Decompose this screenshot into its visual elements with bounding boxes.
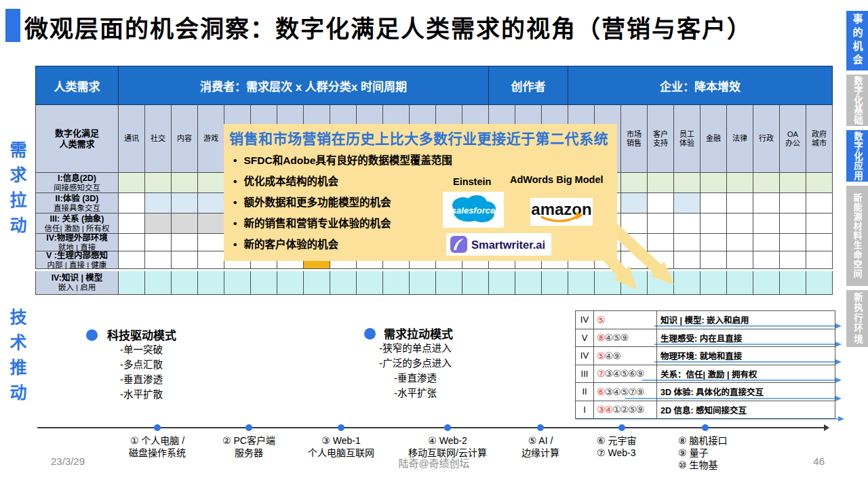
group-header-creator: 创作者 [489,66,568,105]
sidebar-tab-new-energy-materials[interactable]: 新能源材料生命空间 [846,186,868,286]
milestone-line: 边缘计算 [500,447,581,459]
mode-tech-driven-title: 科技驱动模式 [107,326,176,343]
sidebar-tab-new-execution-env[interactable]: 新执行环境 [846,290,868,347]
table-cell [119,193,145,214]
circled-number: ⑦ [628,386,636,397]
codes-cell: ⑥③④⑤⑦⑨ [594,383,657,401]
circled-number: ④ [605,350,613,361]
circled-number: ④ [612,368,620,379]
table-cell [145,271,172,295]
row-label: I:信息(2D)间接感知交互 [35,173,119,193]
table-cell [780,173,806,193]
mode-demand-pull-items: -狭窄的单点进入 -广泛的多点进入 -垂直渗透 -水平扩张 [370,341,461,401]
corner-header-cell: 数字化满足 人类需求 [35,105,119,173]
milestone-pc-dos: ① 个人电脑 / 磁盘操作系统 [103,434,212,459]
timeline-dot [537,424,544,431]
table-cell [674,193,701,214]
table-cell [119,251,145,269]
circled-number: ⑥ [628,368,636,379]
sidebar-tab-digital-foundation[interactable]: 数字化基础 [846,75,868,126]
circled-number: ⑨ [636,404,644,415]
mode-item: -单一突破 [99,342,184,357]
milestone-line: 服务器 [201,447,296,459]
timeline-end-arrow-icon [824,424,829,431]
table-cell [145,234,172,251]
slide: 微观层面的机会洞察：数字化满足人类需求的视角（营销与客户） 事的机会 数字化基础… [0,0,868,488]
table-cell [753,271,780,295]
group-header-human-needs: 人类需求 [35,66,119,105]
column-header: OA 办公 [780,105,806,173]
sidebar-tab-digital-application[interactable]: 数字化应用 [846,130,868,182]
milestone-line: ⑤ AI / [500,434,581,447]
table-cell [383,271,410,295]
mode-item: -垂直渗透 [370,371,461,386]
milestone-line: ④ Web-2 [387,434,509,447]
tier-cell: IV [576,311,594,329]
circled-number: ① [612,404,620,415]
salesforce-logo: salesforce [443,192,504,228]
mode-item: -多点汇散 [99,357,184,372]
desc-cell: 3D 体验: 具体化的直接交互 [657,383,835,401]
table-cell [727,251,753,269]
milestone-ai-edge: ⑤ AI / 边缘计算 [500,434,581,459]
table-cell [198,234,224,251]
mode-item: -狭窄的单点进入 [370,341,461,356]
table-cell [462,271,489,295]
timeline-dot [338,424,344,431]
table-row: IV:知识 | 模型嵌入 | 启用 [35,271,833,295]
callout-title: 销售和市场营销在历史上比大多数行业更接近于第二代系统 [229,127,608,148]
table-cell [780,251,806,269]
timeline-dot [154,424,161,431]
circled-number: ② [620,404,629,415]
tier-cell: V [576,329,594,347]
table-cell [119,234,145,251]
column-header: 政府 城市 [806,105,833,173]
row-label: IV:知识 | 模型嵌入 | 启用 [35,271,119,295]
column-header: 员工 体验 [674,105,701,173]
group-header-consumer: 消费者：需求层次 x 人群分类x 时间周期 [119,66,489,105]
table-cell [119,271,145,295]
mode-tech-driven-items: -单一突破 -多点汇散 -垂直渗透 -水平扩散 [99,342,184,402]
table-cell [727,193,753,214]
codes-cell: ⑧④⑤⑨ [594,329,657,347]
table-cell [753,234,780,251]
table-cell [806,214,833,234]
table-cell [727,271,753,295]
table-cell [198,251,224,269]
table-cell [701,193,727,214]
table-cell [806,251,833,269]
table-cell [119,173,145,193]
timeline-dot [245,424,252,431]
milestone-line: ⑧ 脑机接口 [678,434,727,447]
table-cell [727,234,753,251]
sidebar-tab-opportunities[interactable]: 事的机会 [846,11,868,70]
timeline-dot [702,424,709,431]
table-row: IV ⑤④⑨ 物理环境: 就地和直接 [576,347,835,365]
table-cell [330,271,357,295]
callout-bullet-list: SFDC和Adobe具有良好的数据模型覆盖范围 优化成本结构的机会 额外数据和更… [233,150,452,255]
table-cell [753,251,780,269]
table-cell [648,173,674,193]
table-row: II ⑥③④⑤⑦⑨ 3D 体验: 具体化的直接交互 [576,383,835,401]
milestone-line: 磁盘操作系统 [103,447,212,459]
mode-item: -垂直渗透 [99,372,184,387]
table-cell [172,193,198,214]
tier-cell: II [576,383,594,401]
table-cell [277,271,304,295]
table-cell [806,271,833,295]
circled-number: ⑤ [612,332,620,343]
table-row: III ⑦③④⑤⑥⑨ 关系：信任| 激励 | 拥有权 [576,365,835,384]
milestone-line: ⑨ 量子 [678,447,727,459]
tier-cell: I [576,401,594,419]
table-cell [753,173,780,193]
codes-cell: ⑤ [594,311,657,329]
table-row: V ⑧④⑤⑨ 生理感受: 内在且直接 [576,329,835,348]
table-cell [621,193,648,214]
desc-cell: 物理环境: 就地和直接 [657,347,835,365]
milestone-line: ① 个人电脑 / [103,434,212,447]
callout-bullet: 新的销售和营销专业体验的机会 [233,213,452,234]
callout-bullet: 额外数据和更多功能模型的机会 [233,192,452,213]
table-cell [727,173,753,193]
codes-cell: ③④①②⑤⑨ [594,401,657,419]
circled-number: ⑤ [628,404,636,415]
